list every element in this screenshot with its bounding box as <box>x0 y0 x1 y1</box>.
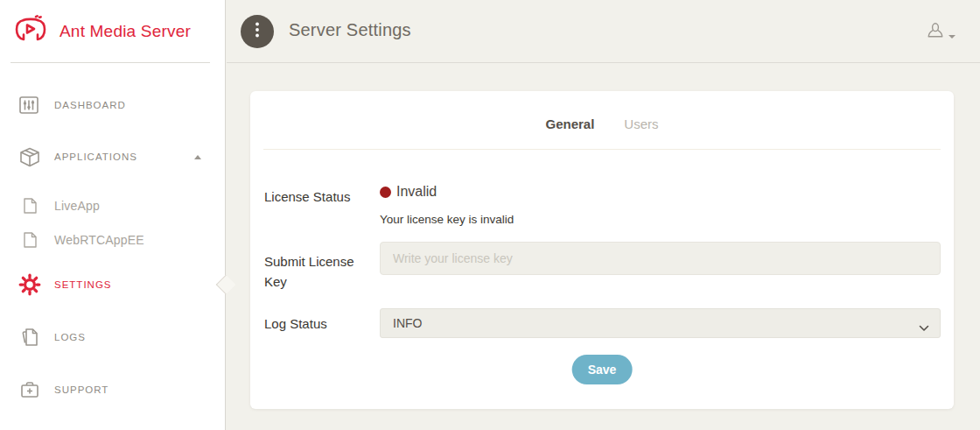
sidebar-item-settings[interactable]: SETTINGS <box>0 271 226 299</box>
tab-users[interactable]: Users <box>624 116 658 131</box>
kebab-menu-icon <box>255 21 260 42</box>
chevron-down-icon <box>948 35 956 39</box>
status-text: Invalid <box>396 184 437 200</box>
tab-general[interactable]: General <box>545 116 594 131</box>
sidebar-item-logs[interactable]: LOGS <box>0 323 226 351</box>
page-title: Server Settings <box>289 20 411 40</box>
user-menu-button[interactable] <box>926 22 956 45</box>
server-settings-card: General Users License Status Invalid You… <box>250 91 954 409</box>
sidebar-item-label: SUPPORT <box>54 384 108 395</box>
sidebar-item-liveapp[interactable]: LiveApp <box>0 192 226 220</box>
app-root: Ant Media Server DASHBOARD <box>0 0 980 430</box>
license-status-label: License Status <box>264 187 369 207</box>
box-icon <box>18 147 42 167</box>
sidebar-item-support[interactable]: SUPPORT <box>0 376 226 404</box>
sidebar: Ant Media Server DASHBOARD <box>0 0 226 430</box>
sidebar-divider <box>10 62 210 63</box>
tabs: General Users <box>250 116 954 131</box>
sidebar-item-label: APPLICATIONS <box>54 152 137 162</box>
sidebar-item-label: WebRTCAppEE <box>54 233 144 247</box>
sidebar-item-webrtcappee[interactable]: WebRTCAppEE <box>0 226 226 254</box>
sidebar-toggle-button[interactable] <box>241 15 274 48</box>
sidebar-item-applications[interactable]: APPLICATIONS <box>0 143 226 171</box>
tabs-divider <box>263 149 941 150</box>
brand-link[interactable]: Ant Media Server <box>0 0 226 63</box>
ant-media-logo-icon <box>12 14 49 49</box>
file-icon <box>21 232 38 248</box>
log-status-select[interactable]: INFO <box>380 308 941 338</box>
log-status-label: Log Status <box>264 314 369 334</box>
sliders-icon <box>18 96 42 114</box>
sidebar-item-label: SETTINGS <box>54 279 112 290</box>
license-key-input[interactable] <box>380 242 941 275</box>
support-icon <box>18 381 42 398</box>
license-status-value: Invalid <box>380 184 437 200</box>
user-icon <box>926 22 945 45</box>
license-key-label: Submit License Key <box>264 251 369 292</box>
gear-icon <box>18 273 42 296</box>
status-dot-icon <box>380 187 391 198</box>
file-icon <box>21 198 38 214</box>
save-button[interactable]: Save <box>572 355 633 384</box>
header: Server Settings <box>227 0 980 63</box>
sidebar-item-dashboard[interactable]: DASHBOARD <box>0 91 226 119</box>
sidebar-item-label: LiveApp <box>54 199 100 213</box>
collapse-caret-icon[interactable] <box>194 155 201 159</box>
log-status-select-wrap: INFO <box>380 308 941 338</box>
sidebar-item-label: DASHBOARD <box>54 100 126 110</box>
brand-name: Ant Media Server <box>60 22 191 41</box>
sidebar-item-label: LOGS <box>54 332 86 342</box>
logs-icon <box>18 328 42 347</box>
license-status-description: Your license key is invalid <box>380 213 514 226</box>
